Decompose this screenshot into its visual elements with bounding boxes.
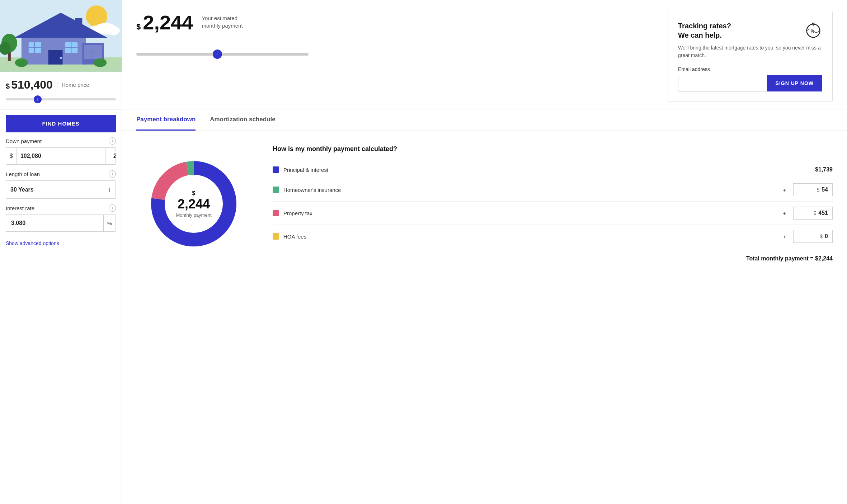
donut-chart: $ 2,244 Monthly payment [143, 154, 244, 254]
down-payment-label: Down payment [6, 138, 42, 144]
signup-button[interactable]: SIGN UP NOW [767, 75, 822, 91]
insurance-value-box[interactable]: $ 54 [793, 183, 833, 196]
home-price-dollar: $ [6, 82, 10, 90]
donut-dollar: $ [192, 190, 196, 196]
monthly-payment-area: $ 2,244 Your estimated monthly payment [136, 11, 653, 102]
email-signup-row: SIGN UP NOW [678, 75, 822, 91]
right-panel: $ 2,244 Your estimated monthly payment T… [122, 0, 847, 504]
svg-point-4 [105, 26, 120, 35]
interest-rate-input[interactable] [6, 215, 103, 231]
email-input[interactable] [678, 75, 767, 91]
hoa-value-box[interactable]: $ 0 [793, 230, 833, 243]
tax-value: 451 [818, 210, 828, 216]
home-price-slider[interactable] [6, 95, 116, 104]
hoa-swatch [273, 233, 279, 240]
tabs-section: Payment breakdown Amortization schedule [122, 109, 847, 131]
loan-length-group: Length of loan i 30 Years ↓ [6, 170, 116, 199]
monthly-label-line1: Your estimated [202, 14, 243, 22]
tax-dollar: $ [814, 210, 817, 216]
donut-chart-container: $ 2,244 Monthly payment [136, 145, 251, 262]
down-payment-input-row: $ % [6, 147, 116, 165]
insurance-value: 54 [822, 187, 828, 193]
breakdown-title: How is my monthly payment calculated? [273, 145, 833, 153]
interest-rate-input-row: % [6, 215, 116, 232]
loan-form: Down payment i $ % Length of loan i 30 Y… [0, 137, 122, 237]
house-illustration [0, 0, 122, 72]
interest-rate-percent: % [103, 215, 116, 231]
hoa-value: 0 [825, 233, 828, 240]
tab-payment-breakdown[interactable]: Payment breakdown [136, 109, 196, 131]
donut-amount: 2,244 [176, 196, 212, 211]
home-price-label: Home price [57, 82, 89, 88]
monthly-amount-display: $ 2,244 [136, 11, 193, 34]
breakdown-row-insurance: Homeowner's insurance + $ 54 [273, 178, 833, 202]
monthly-dollar-sign: $ [136, 22, 141, 32]
principal-value: $1,739 [815, 166, 833, 173]
svg-point-25 [94, 58, 107, 67]
tab-amortization[interactable]: Amortization schedule [210, 109, 275, 131]
email-label: Email address [678, 66, 822, 72]
insurance-plus: + [780, 187, 789, 193]
breakdown-row-tax: Property tax + $ 451 [273, 202, 833, 225]
hoa-dollar: $ [820, 234, 823, 239]
interest-rate-label: Interest rate [6, 205, 34, 211]
tracking-card: Tracking rates? We can help. % We'll bri… [668, 11, 833, 102]
loan-length-chevron-icon: ↓ [108, 186, 111, 193]
tax-name: Property tax [283, 210, 776, 216]
down-payment-separator [99, 148, 105, 164]
interest-rate-group: Interest rate i % [6, 204, 116, 232]
monthly-label-line2: monthly payment [202, 22, 243, 29]
loan-length-label: Length of loan [6, 171, 40, 177]
interest-rate-info-icon[interactable]: i [109, 204, 116, 212]
down-payment-info-icon[interactable]: i [109, 137, 116, 145]
tracking-description: We'll bring the latest mortgage rates to… [678, 44, 822, 59]
insurance-name: Homeowner's insurance [283, 187, 776, 193]
left-panel: $ 510,400 Home price FIND HOMES Down pay… [0, 0, 122, 504]
donut-center-label: $ 2,244 Monthly payment [176, 190, 212, 217]
breakdown-section: $ 2,244 Monthly payment How is my monthl… [122, 131, 847, 276]
total-monthly-payment: Total monthly payment = $2,244 [273, 248, 833, 262]
svg-point-24 [15, 58, 28, 67]
top-section: $ 2,244 Your estimated monthly payment T… [122, 0, 847, 109]
down-payment-dollar: $ [6, 148, 17, 164]
loan-length-info-icon[interactable]: i [109, 170, 116, 178]
tracking-title: Tracking rates? We can help. [678, 21, 731, 40]
insurance-swatch [273, 187, 279, 193]
principal-swatch [273, 166, 279, 173]
tax-value-box[interactable]: $ 451 [793, 207, 833, 220]
svg-rect-8 [75, 18, 82, 30]
breakdown-row-principal: Principal & interest $1,739 [273, 161, 833, 178]
donut-label: Monthly payment [176, 212, 212, 217]
hoa-plus: + [780, 234, 789, 240]
breakdown-details: How is my monthly payment calculated? Pr… [273, 145, 833, 262]
payment-slider[interactable] [136, 50, 309, 58]
loan-length-value: 30 Years [10, 187, 34, 193]
payment-slider-thumb[interactable] [213, 50, 222, 59]
home-price-value: 510,400 [11, 78, 53, 91]
loan-length-select[interactable]: 30 Years ↓ [6, 180, 116, 199]
tracking-rates-icon: % [804, 21, 822, 39]
tax-plus: + [780, 210, 789, 216]
insurance-dollar: $ [817, 187, 819, 193]
monthly-amount-value: 2,244 [143, 11, 193, 34]
down-payment-percent-input[interactable] [105, 148, 116, 164]
home-price-thumb[interactable] [34, 95, 42, 103]
home-price-section: $ 510,400 Home price [0, 72, 122, 110]
find-homes-button[interactable]: FIND HOMES [6, 115, 116, 132]
breakdown-row-hoa: HOA fees + $ 0 [273, 225, 833, 248]
down-payment-group: Down payment i $ % [6, 137, 116, 165]
down-payment-amount-input[interactable] [17, 148, 99, 164]
home-price-display: $ 510,400 [6, 78, 53, 91]
hoa-name: HOA fees [283, 234, 776, 240]
show-advanced-link[interactable]: Show advanced options [0, 237, 122, 249]
principal-name: Principal & interest [283, 167, 811, 173]
svg-point-10 [60, 57, 62, 59]
tax-swatch [273, 210, 279, 216]
